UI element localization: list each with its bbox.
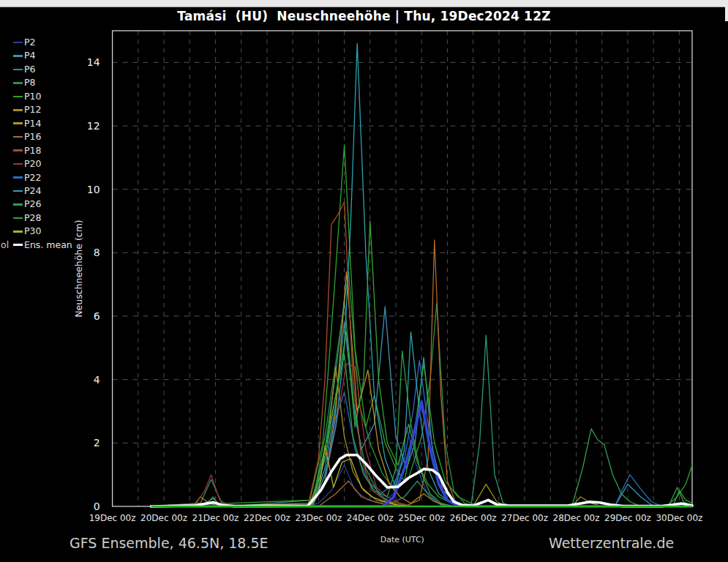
series-p18 [151, 202, 692, 506]
y-tick-label: 4 [94, 374, 100, 386]
x-tick-label: 23Dec 00z [295, 513, 342, 523]
x-tick-label: 30Dec 00z [656, 513, 702, 523]
x-tick-label: 24Dec 00z [347, 513, 394, 523]
y-tick-label: 12 [87, 120, 100, 132]
x-tick-label: 22Dec 00z [244, 513, 290, 523]
x-tick-label: 29Dec 00z [604, 513, 651, 523]
ensemble-plume-chart: 0246810121419Dec 00z20Dec 00z21Dec 00z22… [0, 0, 728, 562]
y-tick-label: 8 [94, 247, 100, 258]
wetterzentrale-ensemble-page: Tamási (HU) Neuschneehöhe | Thu, 19Dec20… [0, 0, 728, 562]
x-axis-label: Date (UTC) [380, 535, 424, 544]
x-tick-label: 26Dec 00z [450, 513, 497, 523]
x-tick-label: 21Dec 00z [192, 513, 239, 523]
x-tick-label: 19Dec 00z [89, 513, 136, 523]
y-tick-label: 2 [94, 437, 100, 449]
x-tick-label: 28Dec 00z [553, 513, 600, 523]
x-tick-label: 25Dec 00z [398, 513, 445, 523]
site-watermark: Wetterzentrale.de [549, 535, 674, 551]
plot-frame [113, 31, 692, 506]
y-axis-label: Neuschneehöhe (cm) [73, 220, 84, 318]
x-tick-label: 27Dec 00z [501, 513, 548, 523]
x-tick-label: 20Dec 00z [140, 513, 187, 523]
y-tick-label: 0 [94, 501, 100, 512]
y-tick-label: 10 [87, 184, 100, 195]
y-tick-label: 6 [94, 310, 100, 322]
model-run-caption: GFS Ensemble, 46.5N, 18.5E [70, 535, 269, 551]
y-tick-label: 14 [87, 56, 100, 68]
